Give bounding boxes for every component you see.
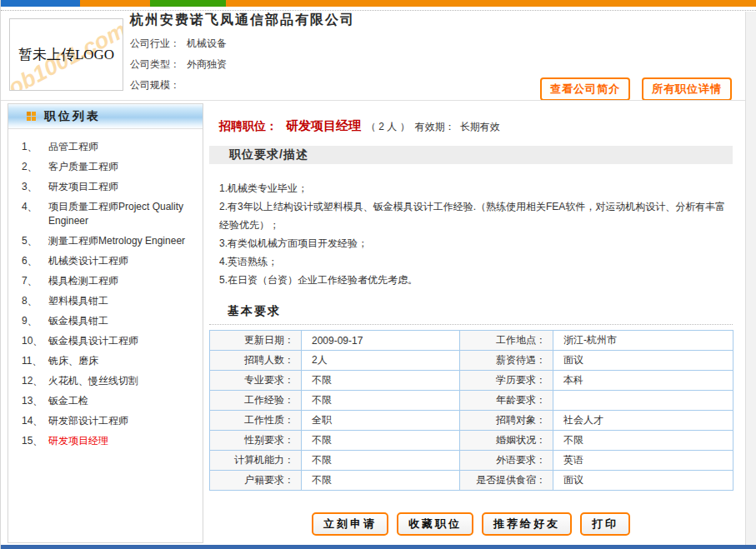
company-size-row: 公司规模： bbox=[130, 78, 227, 99]
company-type-row: 公司类型：外商独资 bbox=[130, 57, 227, 78]
job-list: 1、品管工程师 2、客户质量工程师 3、研发项目工程师 4、项目质量工程师Pro… bbox=[8, 137, 203, 452]
job-list-item[interactable]: 11、铣床、磨床 bbox=[8, 352, 203, 372]
scrollbar-track[interactable] bbox=[745, 12, 756, 545]
job-list-item[interactable]: 8、塑料模具钳工 bbox=[8, 292, 203, 312]
header-buttons: 查看公司简介 所有职位详情 bbox=[540, 77, 732, 101]
basic-requirements-divider bbox=[209, 324, 733, 325]
experience-value: 不限 bbox=[302, 391, 460, 411]
computer-skill-value: 不限 bbox=[302, 451, 460, 471]
footer-bar bbox=[1, 545, 756, 549]
headcount-label: 招聘人数： bbox=[210, 351, 302, 371]
computer-skill-label: 计算机能力： bbox=[210, 451, 302, 471]
job-list-item[interactable]: 14、研发部设计工程师 bbox=[8, 412, 203, 432]
table-row: 招聘人数：2人 薪资待遇：面议 bbox=[210, 351, 733, 371]
education-label: 学历要求： bbox=[460, 371, 553, 391]
job-list-item[interactable]: 3、研发项目工程师 bbox=[8, 177, 203, 197]
requirement-line: 5.在日资（台资）企业工作经验者优先考虑。 bbox=[219, 271, 726, 289]
target-group-value: 社会人才 bbox=[553, 411, 733, 431]
table-row: 计算机能力：不限 外语要求：英语 bbox=[210, 451, 733, 471]
job-list-item[interactable]: 5、测量工程师Metrology Engineer bbox=[8, 232, 203, 252]
job-list-item[interactable]: 2、客户质量工程师 bbox=[8, 157, 203, 177]
job-requirements: 1.机械类专业毕业； 2.有3年以上结构设计或塑料模具、钣金模具设计工作经验.（… bbox=[209, 164, 733, 289]
headcount: （ 2 人 ） bbox=[366, 121, 410, 132]
experience-label: 工作经验： bbox=[210, 391, 302, 411]
marital-status-label: 婚姻状况： bbox=[460, 431, 553, 451]
stripe-orange-segment-wide bbox=[226, 0, 756, 7]
work-location-label: 工作地点： bbox=[460, 331, 553, 351]
all-job-details-button[interactable]: 所有职位详情 bbox=[642, 77, 732, 101]
validity-label: 有效期： bbox=[415, 121, 455, 132]
apply-now-button[interactable]: 立刻申请 bbox=[312, 512, 388, 536]
job-list-item-selected[interactable]: 15、研发项目经理 bbox=[8, 432, 203, 452]
table-row: 户籍要求：不限 是否提供食宿：面议 bbox=[210, 471, 733, 491]
stripe-orange-segment bbox=[80, 0, 150, 7]
major-label: 专业要求： bbox=[210, 371, 302, 391]
recruit-position-label: 招聘职位： bbox=[219, 119, 278, 132]
residency-value: 不限 bbox=[302, 471, 460, 491]
company-industry-label: 公司行业： bbox=[130, 37, 180, 49]
job-nature-label: 工作性质： bbox=[210, 411, 302, 431]
requirement-line: 4.英语熟练； bbox=[219, 252, 726, 271]
company-logo-placeholder: job1001.com 暂未上传LOGO bbox=[9, 18, 123, 91]
foreign-language-label: 外语要求： bbox=[460, 451, 553, 471]
job-title-row: 招聘职位：研发项目经理（ 2 人 ）有效期：长期有效 bbox=[209, 118, 733, 134]
validity-value: 长期有效 bbox=[460, 121, 500, 132]
header-divider bbox=[1, 100, 756, 101]
job-list-item[interactable]: 13、钣金工检 bbox=[8, 392, 203, 412]
target-group-label: 招聘对象： bbox=[460, 411, 553, 431]
grid-squares-icon bbox=[27, 112, 36, 121]
requirement-line: 2.有3年以上结构设计或塑料模具、钣金模具设计工作经验.（熟练使用相关FEA软件… bbox=[219, 197, 726, 234]
job-list-item[interactable]: 10、钣金模具设计工程师 bbox=[8, 332, 203, 352]
table-row: 工作经验：不限 年龄要求： bbox=[210, 391, 733, 411]
update-date-label: 更新日期： bbox=[210, 331, 302, 351]
table-row: 性别要求：不限 婚姻状况：不限 bbox=[210, 431, 733, 451]
print-button[interactable]: 打印 bbox=[580, 512, 630, 536]
job-list-item[interactable]: 9、钣金模具钳工 bbox=[8, 312, 203, 332]
company-size-label: 公司规模： bbox=[130, 79, 180, 91]
job-list-item[interactable]: 4、项目质量工程师Project Quality Engineer bbox=[8, 197, 203, 232]
salary-value: 面议 bbox=[553, 351, 733, 371]
work-location-value: 浙江-杭州市 bbox=[553, 331, 733, 351]
job-list-item[interactable]: 1、品管工程师 bbox=[8, 137, 203, 157]
job-detail-page: job1001.com 暂未上传LOGO 杭州安费诺飞凤通信部品有限公司 公司行… bbox=[0, 0, 756, 549]
logo-placeholder-text: 暂未上传LOGO bbox=[10, 19, 123, 90]
company-type-value: 外商独资 bbox=[187, 58, 227, 70]
requirement-line: 3.有类似机械方面项目开发经验； bbox=[219, 234, 726, 252]
major-value: 不限 bbox=[302, 371, 460, 391]
view-company-profile-button[interactable]: 查看公司简介 bbox=[540, 77, 630, 101]
job-list-item[interactable]: 12、火花机、慢丝线切割 bbox=[8, 372, 203, 392]
top-color-stripe bbox=[1, 0, 756, 7]
board-lodging-label: 是否提供食宿： bbox=[460, 471, 553, 491]
job-nature-value: 全职 bbox=[302, 411, 460, 431]
update-date-value: 2009-09-17 bbox=[302, 331, 460, 351]
basic-requirements-header: 基本要求 bbox=[209, 304, 733, 319]
gender-label: 性别要求： bbox=[210, 431, 302, 451]
table-row: 更新日期：2009-09-17 工作地点：浙江-杭州市 bbox=[210, 331, 733, 351]
job-list-item[interactable]: 7、模具检测工程师 bbox=[8, 272, 203, 292]
job-list-sidebar: 职位列表 1、品管工程师 2、客户质量工程师 3、研发项目工程师 4、项目质量工… bbox=[8, 103, 203, 543]
salary-label: 薪资待遇： bbox=[460, 351, 553, 371]
education-value: 本科 bbox=[553, 371, 733, 391]
stripe-blue-segment bbox=[1, 0, 80, 7]
job-list-item[interactable]: 6、机械类设计工程师 bbox=[8, 252, 203, 272]
job-title: 研发项目经理 bbox=[286, 118, 361, 132]
company-industry-value: 机械设备 bbox=[187, 37, 227, 49]
job-detail-main: 招聘职位：研发项目经理（ 2 人 ）有效期：长期有效 职位要求/描述 1.机械类… bbox=[209, 102, 733, 536]
requirement-line: 1.机械类专业毕业； bbox=[219, 179, 726, 197]
company-info: 公司行业：机械设备 公司类型：外商独资 公司规模： bbox=[130, 37, 227, 99]
company-type-label: 公司类型： bbox=[130, 58, 180, 70]
residency-label: 户籍要求： bbox=[210, 471, 302, 491]
gender-value: 不限 bbox=[302, 431, 460, 451]
marital-status-value: 不限 bbox=[553, 431, 733, 451]
headcount-value: 2人 bbox=[302, 351, 460, 371]
stripe-green-segment bbox=[150, 0, 226, 7]
company-name: 杭州安费诺飞凤通信部品有限公司 bbox=[130, 12, 355, 29]
age-label: 年龄要求： bbox=[460, 391, 553, 411]
table-row: 专业要求：不限 学历要求：本科 bbox=[210, 371, 733, 391]
recommend-to-friend-button[interactable]: 推荐给好友 bbox=[482, 512, 572, 536]
save-job-button[interactable]: 收藏职位 bbox=[397, 512, 473, 536]
board-lodging-value: 面议 bbox=[553, 471, 733, 491]
basic-requirements-table: 更新日期：2009-09-17 工作地点：浙江-杭州市 招聘人数：2人 薪资待遇… bbox=[209, 330, 733, 491]
job-list-title: 职位列表 bbox=[44, 109, 101, 124]
age-value bbox=[553, 391, 733, 411]
